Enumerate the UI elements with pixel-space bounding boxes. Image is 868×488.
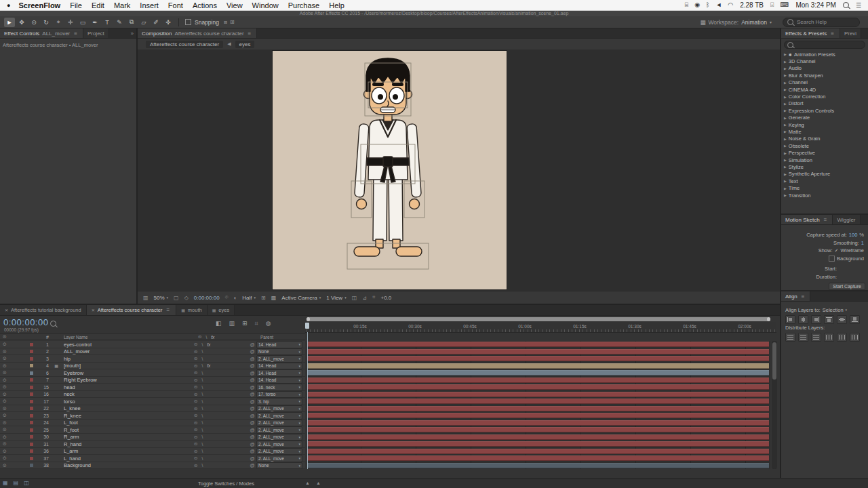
layer-duration-bar[interactable] (307, 427, 769, 432)
timeline-tab[interactable]: ✕Aftereffects tutorial background (0, 305, 87, 315)
layer-name[interactable]: R_hand (62, 441, 193, 447)
effects-shortcut-icon[interactable]: ▦ (3, 480, 8, 486)
parent-dropdown[interactable]: 14. Head▾ (256, 377, 302, 384)
layer-name[interactable]: [mouth] (62, 363, 193, 369)
layer-row[interactable]: ⊙22L_knee⊙\@2. ALL_move▾ (0, 405, 305, 413)
effects-category[interactable]: ▶✱Animation Presets (781, 51, 868, 58)
layer-name-column-header[interactable]: Layer Name (62, 335, 197, 340)
layer-label-chip[interactable] (27, 443, 35, 446)
parent-pickwhip-icon[interactable]: @ (248, 357, 256, 361)
pan-behind-tool[interactable]: ✛ (65, 18, 76, 27)
breadcrumb-comp[interactable]: Aftereffects course character (146, 41, 223, 48)
layer-duration-bar[interactable] (307, 349, 769, 354)
effects-category[interactable]: ▶Transition (781, 192, 868, 199)
parent-dropdown[interactable]: 17. torso▾ (256, 391, 302, 399)
time-ruler[interactable]: 00:15s00:30s00:45s01:00s01:15s01:30s01:4… (305, 322, 776, 333)
smoothing-value[interactable]: 1 (861, 240, 864, 246)
parent-column-header[interactable]: Parent (260, 335, 305, 340)
current-time-indicator-line[interactable] (307, 332, 308, 469)
tab-effect-controls[interactable]: Effect Controls ALL_mover ≡ (0, 28, 83, 38)
parent-dropdown[interactable]: 2. ALL_move▾ (256, 420, 302, 427)
region-of-interest-icon[interactable]: ⊞ (261, 295, 266, 301)
distribute-top-button[interactable] (785, 333, 795, 342)
input-source-icon[interactable]: ⌨ (780, 1, 789, 9)
layer-switches[interactable]: ⊙\ (193, 356, 225, 361)
layer-row[interactable]: ⊙15head⊙\@16. neck▾ (0, 384, 305, 391)
parent-dropdown[interactable]: 3. hip▾ (256, 398, 302, 405)
parent-pickwhip-icon[interactable]: @ (248, 342, 256, 347)
tab-overflow-icon[interactable]: » (128, 28, 136, 38)
layer-label-chip[interactable] (27, 343, 35, 346)
layer-label-chip[interactable] (27, 464, 35, 467)
layer-row[interactable]: ⊙6Eyebrow⊙\@14. Head▾ (0, 369, 305, 377)
layer-row[interactable]: ⊙38Background⊙\@None▾ (0, 462, 305, 470)
timeline-scrollbar[interactable] (772, 341, 777, 469)
layer-label-chip[interactable] (27, 435, 35, 439)
safe-margins-icon[interactable]: ▢ (174, 295, 179, 301)
help-search-input[interactable]: Search Help (783, 18, 860, 27)
layer-switches[interactable]: ⊙\fx (193, 342, 225, 347)
volume-icon[interactable]: ◄ (715, 1, 722, 9)
layer-name[interactable]: R_knee (62, 413, 193, 419)
menu-item-font[interactable]: Font (168, 1, 183, 9)
layer-duration-bar[interactable] (307, 378, 769, 383)
parent-dropdown[interactable]: 14. Head▾ (256, 369, 302, 377)
effects-category[interactable]: ▶Perspective (781, 149, 868, 156)
parent-dropdown[interactable]: 2. ALL_move▾ (256, 455, 302, 462)
layer-visibility-toggle[interactable]: ⊙ (0, 434, 9, 440)
layer-duration-bar[interactable] (307, 406, 769, 411)
layer-name[interactable]: L_knee (62, 405, 193, 411)
layer-row[interactable]: ⊙7Right Eyebrow⊙\@14. Head▾ (0, 377, 305, 384)
parent-pickwhip-icon[interactable]: @ (248, 449, 256, 453)
layer-duration-bar[interactable] (307, 384, 769, 390)
align-layers-to-dropdown[interactable]: Selection (823, 307, 844, 313)
layer-switches[interactable]: ⊙\ (193, 378, 225, 383)
parent-pickwhip-icon[interactable]: @ (248, 349, 256, 354)
layer-duration-bar[interactable] (307, 449, 769, 454)
fast-previews-icon[interactable]: ⊿ (362, 295, 367, 301)
layer-visibility-toggle[interactable]: ⊙ (0, 363, 9, 369)
effects-category[interactable]: ▶Expression Controls (781, 107, 868, 114)
layer-name[interactable]: Eyebrow (62, 370, 193, 376)
align-center-horizontal-button[interactable] (798, 315, 808, 324)
layer-row[interactable]: ⊙30R_arm⊙\@2. ALL_move▾ (0, 434, 305, 441)
draft-3d-icon[interactable]: ▥ (229, 320, 235, 327)
mask-visibility-icon[interactable]: ◇ (184, 295, 189, 301)
notification-center-icon[interactable]: ☰ (856, 2, 861, 9)
align-top-button[interactable] (824, 315, 834, 324)
layer-name[interactable]: L_hand (62, 455, 193, 462)
effects-category[interactable]: ▶Stylize (781, 163, 868, 170)
parent-dropdown[interactable]: 2. ALL_move▾ (256, 434, 302, 441)
effects-category[interactable]: ▶Noise & Grain (781, 136, 868, 142)
spotlight-icon[interactable] (843, 2, 849, 8)
layer-name[interactable]: hip (62, 356, 193, 362)
layer-row[interactable]: ⊙1eyes-control⊙\fx@14. Head▾ (0, 341, 305, 348)
status-dot-icon[interactable]: ◉ (694, 1, 700, 9)
parent-pickwhip-icon[interactable]: @ (248, 413, 256, 418)
panel-menu-icon[interactable]: ≡ (823, 217, 829, 223)
workspace-switcher[interactable]: ▦ Workspace: Animation ▾ (700, 19, 772, 26)
timeline-tab[interactable]: ▦mouth (176, 305, 208, 315)
scrollbar-thumb[interactable] (772, 342, 776, 380)
hand-tool[interactable]: ✥ (16, 18, 27, 27)
parent-pickwhip-icon[interactable]: @ (248, 428, 256, 432)
time-navigator-bar[interactable] (307, 317, 770, 321)
current-timecode[interactable]: 0:00:00:00 (3, 317, 48, 327)
effects-search-input[interactable] (784, 41, 865, 49)
layer-switches[interactable]: ⊙\ (193, 399, 225, 404)
selection-tool[interactable]: ► (4, 18, 15, 27)
layer-row[interactable]: ⊙31R_hand⊙\@2. ALL_move▾ (0, 441, 305, 448)
pen-tool[interactable]: ✒ (90, 18, 100, 27)
parent-dropdown[interactable]: 2. ALL_move▾ (256, 441, 302, 448)
timeline-track-area[interactable] (307, 341, 770, 469)
show-channel-icon[interactable]: ◐ (233, 295, 237, 301)
layer-row[interactable]: ⊙17torso⊙\@3. hip▾ (0, 398, 305, 405)
effects-category[interactable]: ▶Audio (781, 65, 868, 72)
tab-wiggler[interactable]: Wiggler (833, 215, 860, 224)
effects-category[interactable]: ▶Blur & Sharpen (781, 72, 868, 79)
magnification-dropdown[interactable]: 50%▾ (154, 295, 169, 301)
tab-composition[interactable]: Composition Aftereffects course characte… (138, 28, 257, 38)
breadcrumb-back-icon[interactable]: ◀ (227, 41, 231, 47)
layer-duration-bar[interactable] (307, 413, 769, 418)
layer-switches[interactable]: ⊙\ (193, 384, 225, 390)
